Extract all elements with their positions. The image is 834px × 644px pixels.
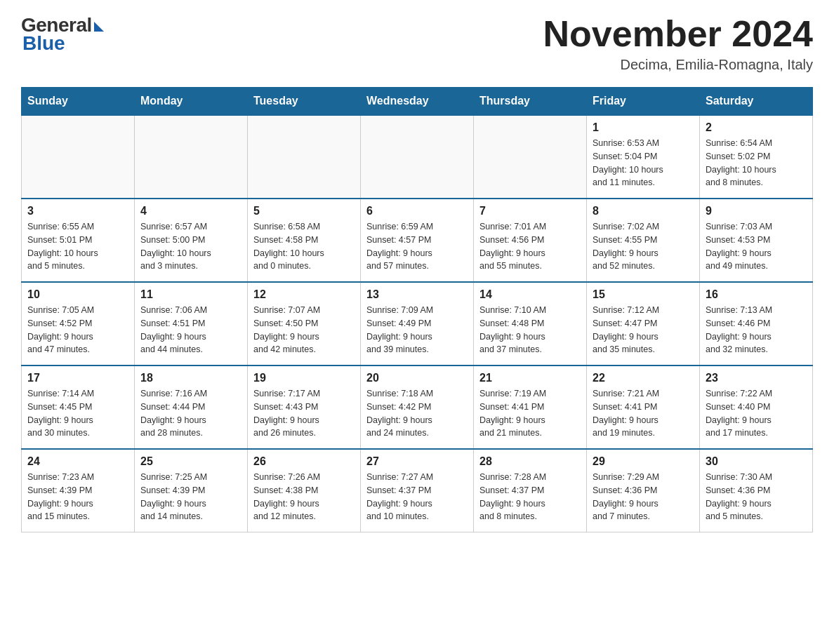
calendar-cell: 4Sunrise: 6:57 AM Sunset: 5:00 PM Daylig… (135, 199, 248, 282)
day-number: 21 (479, 372, 581, 384)
day-number: 11 (140, 288, 241, 301)
day-info: Sunrise: 6:57 AM Sunset: 5:00 PM Dayligh… (140, 220, 241, 273)
day-number: 1 (593, 121, 694, 134)
calendar-cell: 17Sunrise: 7:14 AM Sunset: 4:45 PM Dayli… (22, 365, 135, 449)
day-number: 19 (253, 372, 355, 384)
day-number: 14 (479, 288, 581, 301)
calendar-week-2: 3Sunrise: 6:55 AM Sunset: 5:01 PM Daylig… (22, 199, 813, 282)
calendar-cell: 25Sunrise: 7:25 AM Sunset: 4:39 PM Dayli… (135, 449, 248, 532)
calendar-cell: 28Sunrise: 7:28 AM Sunset: 4:37 PM Dayli… (474, 449, 587, 532)
calendar-cell: 30Sunrise: 7:30 AM Sunset: 4:36 PM Dayli… (700, 449, 813, 532)
calendar-cell: 24Sunrise: 7:23 AM Sunset: 4:39 PM Dayli… (22, 449, 135, 532)
calendar-cell: 11Sunrise: 7:06 AM Sunset: 4:51 PM Dayli… (135, 282, 248, 365)
weekday-header-tuesday: Tuesday (248, 88, 361, 116)
calendar-week-1: 1Sunrise: 6:53 AM Sunset: 5:04 PM Daylig… (22, 115, 813, 199)
calendar-week-5: 24Sunrise: 7:23 AM Sunset: 4:39 PM Dayli… (22, 449, 813, 532)
calendar-cell: 5Sunrise: 6:58 AM Sunset: 4:58 PM Daylig… (248, 199, 361, 282)
day-info: Sunrise: 7:13 AM Sunset: 4:46 PM Dayligh… (706, 304, 807, 356)
calendar-cell (248, 115, 361, 199)
calendar-cell: 16Sunrise: 7:13 AM Sunset: 4:46 PM Dayli… (700, 282, 813, 365)
day-info: Sunrise: 7:28 AM Sunset: 4:37 PM Dayligh… (479, 471, 581, 523)
day-number: 8 (593, 205, 694, 217)
day-info: Sunrise: 6:55 AM Sunset: 5:01 PM Dayligh… (27, 220, 128, 273)
day-info: Sunrise: 7:05 AM Sunset: 4:52 PM Dayligh… (27, 304, 128, 356)
day-number: 25 (140, 455, 241, 468)
day-number: 28 (479, 455, 581, 468)
day-number: 10 (27, 288, 128, 301)
month-title: November 2024 (543, 14, 813, 54)
calendar-cell: 18Sunrise: 7:16 AM Sunset: 4:44 PM Dayli… (135, 365, 248, 449)
calendar-cell: 7Sunrise: 7:01 AM Sunset: 4:56 PM Daylig… (474, 199, 587, 282)
calendar-cell: 14Sunrise: 7:10 AM Sunset: 4:48 PM Dayli… (474, 282, 587, 365)
day-info: Sunrise: 7:17 AM Sunset: 4:43 PM Dayligh… (253, 387, 355, 440)
day-info: Sunrise: 7:27 AM Sunset: 4:37 PM Dayligh… (366, 471, 468, 523)
day-info: Sunrise: 7:16 AM Sunset: 4:44 PM Dayligh… (140, 387, 241, 440)
day-number: 12 (253, 288, 355, 301)
calendar-week-4: 17Sunrise: 7:14 AM Sunset: 4:45 PM Dayli… (22, 365, 813, 449)
day-number: 7 (479, 205, 581, 217)
day-info: Sunrise: 7:23 AM Sunset: 4:39 PM Dayligh… (27, 471, 128, 523)
calendar-cell (135, 115, 248, 199)
day-info: Sunrise: 6:53 AM Sunset: 5:04 PM Dayligh… (593, 137, 694, 189)
logo: General Blue (21, 14, 104, 55)
calendar-cell: 29Sunrise: 7:29 AM Sunset: 4:36 PM Dayli… (587, 449, 700, 532)
calendar-cell: 20Sunrise: 7:18 AM Sunset: 4:42 PM Dayli… (361, 365, 474, 449)
calendar-cell: 15Sunrise: 7:12 AM Sunset: 4:47 PM Dayli… (587, 282, 700, 365)
calendar-cell (474, 115, 587, 199)
day-info: Sunrise: 7:03 AM Sunset: 4:53 PM Dayligh… (706, 220, 807, 273)
day-number: 13 (366, 288, 468, 301)
calendar-cell: 21Sunrise: 7:19 AM Sunset: 4:41 PM Dayli… (474, 365, 587, 449)
calendar-header-row: SundayMondayTuesdayWednesdayThursdayFrid… (22, 88, 813, 116)
day-info: Sunrise: 7:02 AM Sunset: 4:55 PM Dayligh… (593, 220, 694, 273)
calendar-table: SundayMondayTuesdayWednesdayThursdayFrid… (21, 87, 813, 532)
title-block: November 2024 Decima, Emilia-Romagna, It… (543, 14, 813, 73)
day-info: Sunrise: 7:18 AM Sunset: 4:42 PM Dayligh… (366, 387, 468, 440)
calendar-cell: 22Sunrise: 7:21 AM Sunset: 4:41 PM Dayli… (587, 365, 700, 449)
day-number: 26 (253, 455, 355, 468)
calendar-cell: 19Sunrise: 7:17 AM Sunset: 4:43 PM Dayli… (248, 365, 361, 449)
day-info: Sunrise: 7:12 AM Sunset: 4:47 PM Dayligh… (593, 304, 694, 356)
day-info: Sunrise: 6:59 AM Sunset: 4:57 PM Dayligh… (366, 220, 468, 273)
day-info: Sunrise: 7:19 AM Sunset: 4:41 PM Dayligh… (479, 387, 581, 440)
day-number: 24 (27, 455, 128, 468)
day-info: Sunrise: 7:29 AM Sunset: 4:36 PM Dayligh… (593, 471, 694, 523)
logo-triangle-icon (94, 22, 104, 32)
day-info: Sunrise: 7:06 AM Sunset: 4:51 PM Dayligh… (140, 304, 241, 356)
location-subtitle: Decima, Emilia-Romagna, Italy (543, 57, 813, 73)
calendar-cell (361, 115, 474, 199)
day-number: 22 (593, 372, 694, 384)
day-number: 9 (706, 205, 807, 217)
day-info: Sunrise: 7:22 AM Sunset: 4:40 PM Dayligh… (706, 387, 807, 440)
day-number: 29 (593, 455, 694, 468)
calendar-cell: 3Sunrise: 6:55 AM Sunset: 5:01 PM Daylig… (22, 199, 135, 282)
calendar-cell: 2Sunrise: 6:54 AM Sunset: 5:02 PM Daylig… (700, 115, 813, 199)
calendar-cell: 12Sunrise: 7:07 AM Sunset: 4:50 PM Dayli… (248, 282, 361, 365)
day-info: Sunrise: 7:25 AM Sunset: 4:39 PM Dayligh… (140, 471, 241, 523)
day-info: Sunrise: 6:54 AM Sunset: 5:02 PM Dayligh… (706, 137, 807, 189)
day-number: 2 (706, 121, 807, 134)
day-info: Sunrise: 7:10 AM Sunset: 4:48 PM Dayligh… (479, 304, 581, 356)
weekday-header-friday: Friday (587, 88, 700, 116)
calendar-cell: 27Sunrise: 7:27 AM Sunset: 4:37 PM Dayli… (361, 449, 474, 532)
weekday-header-thursday: Thursday (474, 88, 587, 116)
day-number: 16 (706, 288, 807, 301)
calendar-cell: 13Sunrise: 7:09 AM Sunset: 4:49 PM Dayli… (361, 282, 474, 365)
day-info: Sunrise: 7:09 AM Sunset: 4:49 PM Dayligh… (366, 304, 468, 356)
calendar-cell: 10Sunrise: 7:05 AM Sunset: 4:52 PM Dayli… (22, 282, 135, 365)
weekday-header-wednesday: Wednesday (361, 88, 474, 116)
day-number: 15 (593, 288, 694, 301)
calendar-cell (22, 115, 135, 199)
weekday-header-sunday: Sunday (22, 88, 135, 116)
day-info: Sunrise: 7:30 AM Sunset: 4:36 PM Dayligh… (706, 471, 807, 523)
day-number: 5 (253, 205, 355, 217)
day-number: 6 (366, 205, 468, 217)
day-number: 20 (366, 372, 468, 384)
day-number: 3 (27, 205, 128, 217)
day-info: Sunrise: 7:14 AM Sunset: 4:45 PM Dayligh… (27, 387, 128, 440)
day-info: Sunrise: 7:21 AM Sunset: 4:41 PM Dayligh… (593, 387, 694, 440)
day-info: Sunrise: 6:58 AM Sunset: 4:58 PM Dayligh… (253, 220, 355, 273)
logo-blue-text: Blue (22, 32, 65, 55)
weekday-header-monday: Monday (135, 88, 248, 116)
page-header: General Blue November 2024 Decima, Emili… (21, 14, 813, 73)
day-number: 23 (706, 372, 807, 384)
